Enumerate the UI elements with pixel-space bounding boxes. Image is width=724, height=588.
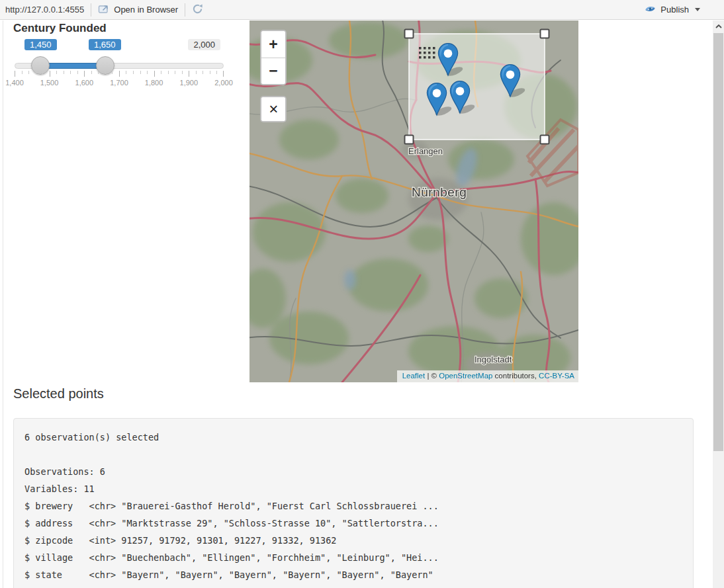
slider-label: Century Founded bbox=[13, 22, 225, 35]
vertical-scrollbar bbox=[713, 21, 724, 588]
corner-handle-nw[interactable] bbox=[405, 30, 414, 38]
publish-label: Publish bbox=[660, 5, 689, 15]
corner-handle-se[interactable] bbox=[541, 136, 549, 144]
slider-tick-labels: 1,400 1,500 1,600 1,700 1,800 1,900 2,00… bbox=[15, 79, 224, 88]
rstudio-viewer-pane: http://127.0.0.1:4555 Open in Browser bbox=[0, 0, 724, 588]
label-nurnberg: Nürnberg bbox=[412, 185, 467, 199]
zoom-control: + − bbox=[260, 30, 287, 85]
refresh-button[interactable] bbox=[192, 3, 203, 17]
osm-link[interactable]: OpenStreetMap bbox=[439, 372, 492, 380]
zoom-in-button[interactable]: + bbox=[261, 31, 285, 58]
corner-handle-ne[interactable] bbox=[541, 30, 549, 38]
map-canvas: Erlangen Nürnberg Ingolstadt bbox=[249, 21, 578, 382]
map-attribution: Leaflet | © OpenStreetMap contributors, … bbox=[397, 370, 578, 382]
clear-selection-button[interactable]: × bbox=[261, 97, 285, 121]
slider-to-value: 1,650 bbox=[89, 39, 121, 50]
corner-handle-sw[interactable] bbox=[405, 136, 414, 144]
content-left-border bbox=[3, 21, 3, 588]
slider-from-value: 1,450 bbox=[24, 39, 57, 50]
publish-dropdown-caret[interactable] bbox=[695, 8, 700, 11]
publish-icon bbox=[644, 5, 656, 15]
slider-grid bbox=[15, 71, 224, 77]
open-in-browser-icon bbox=[98, 4, 110, 16]
toolbar-divider bbox=[91, 3, 91, 17]
zoom-out-button[interactable]: − bbox=[261, 58, 285, 84]
century-founded-slider: Century Founded 1,450 1,650 2,000 1,400 … bbox=[13, 22, 225, 35]
open-in-browser-label: Open in Browser bbox=[114, 5, 178, 15]
refresh-icon bbox=[192, 3, 203, 17]
clear-selection-control: × bbox=[260, 96, 287, 122]
selection-rectangle[interactable] bbox=[405, 30, 549, 144]
viewer-toolbar: http://127.0.0.1:4555 Open in Browser bbox=[0, 0, 724, 20]
selected-points-heading: Selected points bbox=[13, 386, 104, 401]
leaflet-link[interactable]: Leaflet bbox=[402, 372, 426, 380]
scrollbar-up-arrow[interactable] bbox=[713, 21, 724, 32]
app-url: http://127.0.0.1:4555 bbox=[5, 5, 84, 15]
scrollbar-thumb[interactable] bbox=[713, 33, 723, 451]
label-ingolstadt: Ingolstadt bbox=[475, 355, 512, 364]
toolbar-divider bbox=[185, 3, 185, 17]
license-link[interactable]: CC-BY-SA bbox=[539, 372, 574, 380]
open-in-browser-button[interactable]: Open in Browser bbox=[98, 4, 178, 16]
slider-max-value: 2,000 bbox=[188, 39, 220, 50]
leaflet-map[interactable]: Erlangen Nürnberg Ingolstadt bbox=[249, 21, 578, 382]
publish-button[interactable]: Publish bbox=[644, 5, 700, 15]
label-erlangen: Erlangen bbox=[408, 146, 443, 156]
selected-points-console: 6 observation(s) selected Observations: … bbox=[13, 418, 694, 588]
